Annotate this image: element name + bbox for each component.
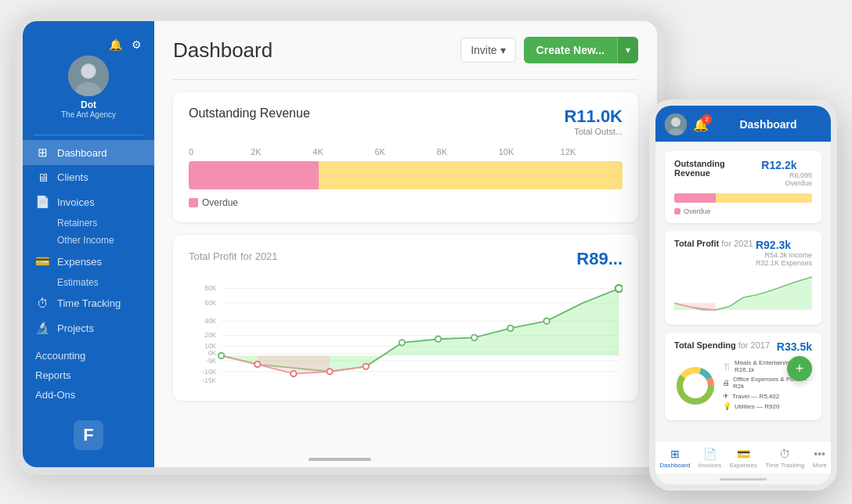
create-new-arrow[interactable]: ▾ — [617, 37, 638, 63]
phone-tab-expenses[interactable]: 💳 Expenses — [730, 448, 757, 469]
profit-chart-svg: 80K 60K 40K 20K 10K 0K -5K -10K -15K — [189, 277, 623, 387]
phone-spending-header: Total Spending for 2017 R33.5k — [674, 340, 812, 353]
phone-tab-tracking[interactable]: ⏱ Time Tracking — [765, 448, 804, 469]
sidebar-item-label: Expenses — [57, 256, 102, 268]
svg-point-30 — [616, 285, 623, 292]
sidebar-item-invoices[interactable]: 📄 Invoices — [23, 189, 154, 214]
phone-tab-more-icon: ••• — [814, 448, 825, 460]
scale-2k: 2K — [251, 147, 312, 157]
svg-text:-15K: -15K — [203, 376, 217, 384]
phone-tab-invoices-label: Invoices — [699, 462, 721, 469]
sidebar-item-label: Clients — [57, 171, 88, 183]
profit-title: Total Profit for 2021 — [189, 249, 278, 263]
phone-tab-more[interactable]: ••• More — [813, 448, 827, 469]
sidebar-item-other-income[interactable]: Other Income — [23, 232, 154, 249]
dashboard-icon: ⊞ — [35, 146, 49, 160]
notif-badge: 2 — [702, 114, 712, 124]
donut-chart — [674, 365, 717, 407]
sidebar-item-projects[interactable]: 🔬 Projects — [23, 315, 154, 338]
svg-text:80K: 80K — [204, 284, 216, 292]
phone-legend-label: Overdue — [684, 207, 711, 215]
phone-profit-value: R92.3k — [756, 239, 812, 251]
phone-bar-overdue — [674, 193, 716, 203]
phone-profit-title: Total Profit for 2021 — [674, 239, 753, 248]
outstanding-title: Outstanding Revenue — [189, 106, 310, 121]
sidebar-item-estimates[interactable]: Estimates — [23, 274, 154, 291]
svg-point-34 — [255, 362, 260, 367]
user-name: Dot — [81, 99, 96, 110]
profit-year: for 2021 — [240, 250, 278, 262]
phone-footer: ⊞ Dashboard 📄 Invoices 💳 Expenses ⏱ Time… — [655, 441, 831, 473]
sidebar-divider — [34, 135, 143, 135]
avatar — [68, 56, 109, 96]
sidebar-logo: F — [23, 412, 154, 458]
outstanding-card-header: Outstanding Revenue R11.0K Total Outst..… — [189, 106, 623, 136]
invite-button[interactable]: Invite ▾ — [460, 38, 515, 63]
main-header: Dashboard Invite ▾ Create New... ▾ — [173, 37, 638, 63]
phone-tab-dashboard-label: Dashboard — [659, 462, 690, 469]
office-icon: 🖨 — [723, 379, 730, 387]
sidebar-item-expenses[interactable]: 💳 Expenses — [23, 249, 154, 274]
phone-tab-dashboard[interactable]: ⊞ Dashboard — [659, 448, 690, 469]
phone-header: 🔔 2 Dashboard — [655, 106, 831, 142]
revenue-scale: 0 2K 4K 6K 8K 10K 12K — [189, 147, 623, 157]
sidebar-item-addons[interactable]: Add-Ons — [35, 385, 142, 405]
phone-outstanding-title: Outstanding Revenue — [674, 159, 761, 178]
sidebar-item-label: Projects — [57, 322, 94, 334]
svg-point-33 — [363, 364, 369, 369]
phone-tab-invoices-icon: 📄 — [703, 448, 717, 460]
phone-bar-pending — [716, 193, 812, 203]
fab-button[interactable]: + — [787, 356, 812, 381]
phone-tab-expenses-icon: 💳 — [737, 448, 750, 460]
sidebar-profile: 🔔 ⚙ Dot The Ant Agency — [23, 31, 154, 130]
notification-icon[interactable]: 🔔 — [109, 38, 122, 51]
travel-icon: ✈ — [723, 392, 729, 400]
outstanding-revenue-card: Outstanding Revenue R11.0K Total Outst..… — [173, 92, 638, 222]
profit-title-main: Total Profit — [189, 250, 236, 262]
utilities-icon: 💡 — [723, 402, 731, 410]
bar-overdue — [189, 161, 319, 189]
phone-tab-expenses-label: Expenses — [730, 462, 757, 469]
spending-item-utilities: 💡 Utilities — R920 — [723, 402, 812, 410]
phone-tab-dashboard-icon: ⊞ — [670, 448, 680, 460]
company-name: The Ant Agency — [61, 110, 116, 119]
sidebar: 🔔 ⚙ Dot The Ant Agency — [23, 21, 154, 467]
create-btn-group: Create New... ▾ — [524, 37, 638, 63]
phone-notification-icon[interactable]: 🔔 2 — [693, 117, 709, 132]
profit-value: R89... — [576, 249, 623, 269]
settings-icon[interactable]: ⚙ — [132, 38, 142, 51]
phone-tab-invoices[interactable]: 📄 Invoices — [699, 448, 721, 469]
revenue-bar — [189, 161, 623, 189]
projects-icon: 🔬 — [35, 321, 49, 335]
tablet-home-indicator — [309, 458, 371, 461]
phone-profit-row: Total Profit for 2021 R92.3k R54.3k Inco… — [674, 239, 812, 267]
svg-point-32 — [327, 369, 332, 374]
sidebar-item-clients[interactable]: 🖥 Clients — [23, 165, 154, 189]
sidebar-item-accounting[interactable]: Accounting — [35, 346, 142, 365]
clients-icon: 🖥 — [35, 171, 49, 184]
tablet: 🔔 ⚙ Dot The Ant Agency — [15, 13, 665, 475]
sidebar-item-retainers[interactable]: Retainers — [23, 214, 154, 232]
sidebar-item-reports[interactable]: Reports — [35, 365, 142, 385]
sidebar-item-dashboard[interactable]: ⊞ Dashboard — [23, 140, 154, 165]
sidebar-item-tracking[interactable]: ⏱ Time Tracking — [23, 291, 154, 315]
scale-4k: 4K — [312, 147, 374, 157]
legend-overdue: Overdue — [189, 197, 238, 208]
invite-label: Invite — [471, 44, 496, 56]
header-divider — [173, 79, 638, 80]
svg-point-25 — [399, 340, 405, 345]
scale-12k: 12K — [561, 147, 623, 157]
outstanding-value: R11.0K — [564, 106, 623, 127]
phone-outstanding-card: Outstanding Revenue R12.2k R6,095 Overdu… — [665, 151, 821, 223]
retainers-label: Retainers — [57, 218, 97, 229]
create-new-button[interactable]: Create New... — [524, 37, 617, 63]
sidebar-item-label: Invoices — [57, 196, 95, 208]
phone-title: Dashboard — [715, 118, 821, 131]
svg-text:20K: 20K — [204, 331, 216, 339]
legend-overdue-label: Overdue — [202, 197, 238, 208]
phone-spending-title: Total Spending for 2017 — [674, 340, 770, 350]
chevron-down-icon: ▾ — [500, 44, 506, 56]
svg-point-28 — [507, 326, 513, 331]
phone-avatar — [665, 113, 687, 135]
phone-outstanding-row: Outstanding Revenue R12.2k R6,095 Overdu… — [674, 159, 812, 187]
